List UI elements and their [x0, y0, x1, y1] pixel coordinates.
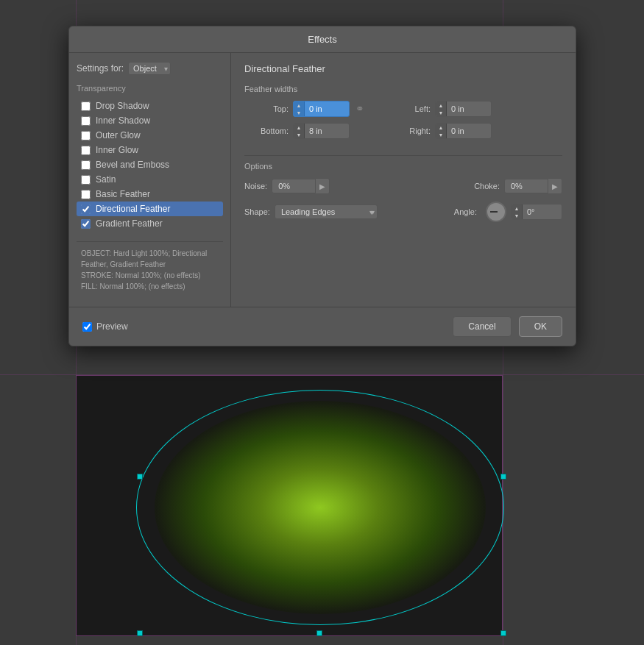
feather-widths-label: Feather widths: [244, 85, 562, 93]
effect-outer-glow[interactable]: Outer Glow: [77, 128, 223, 143]
checkbox-drop-shadow[interactable]: [81, 101, 91, 111]
effect-inner-shadow[interactable]: Inner Shadow: [77, 113, 223, 128]
right-fields: Left: ▲ ▼ Right:: [386, 101, 492, 145]
handle-top-right[interactable]: [500, 474, 506, 480]
right-spin-up[interactable]: ▲: [436, 124, 446, 131]
choke-input-group: ▶: [504, 178, 562, 194]
top-spinners: ▲ ▼: [294, 101, 305, 116]
right-label: Right:: [386, 126, 431, 135]
bottom-input[interactable]: [305, 124, 349, 138]
checkbox-inner-glow[interactable]: [81, 146, 91, 155]
settings-select-wrapper[interactable]: Object: [128, 62, 171, 75]
choke-arrow-btn[interactable]: ▶: [548, 178, 562, 194]
right-spin-down[interactable]: ▼: [436, 131, 446, 138]
angle-label: Angle:: [454, 207, 477, 216]
options-label: Options: [244, 162, 562, 171]
effect-gradient-feather[interactable]: Gradient Feather: [77, 216, 223, 231]
dialog-title: Effects: [308, 34, 337, 45]
left-field-row: Left: ▲ ▼: [386, 101, 492, 117]
summary-object: OBJECT: Hard Light 100%; Directional Fea…: [81, 248, 219, 270]
dialog-body: Settings for: Object Transparency Drop S…: [69, 53, 576, 307]
link-icon[interactable]: ⚭: [355, 103, 364, 115]
left-spin-down[interactable]: ▼: [436, 109, 446, 116]
cancel-button[interactable]: Cancel: [453, 316, 511, 337]
checkbox-basic-feather[interactable]: [81, 190, 91, 199]
effect-label-drop-shadow: Drop Shadow: [96, 101, 149, 111]
angle-spin-down[interactable]: ▼: [512, 212, 522, 219]
noise-label: Noise:: [244, 182, 267, 190]
angle-input-wrapper: ▲ ▼: [511, 204, 562, 220]
dialog-titlebar: Effects: [69, 26, 576, 53]
bottom-input-wrapper: ▲ ▼: [293, 123, 350, 139]
effect-directional-feather[interactable]: Directional Feather: [77, 202, 223, 216]
checkbox-gradient-feather[interactable]: [81, 219, 91, 229]
bottom-spin-up[interactable]: ▲: [294, 124, 304, 131]
checkbox-bevel-emboss[interactable]: [81, 160, 91, 170]
left-input[interactable]: [447, 102, 491, 115]
effect-satin[interactable]: Satin: [77, 172, 223, 187]
preview-label: Preview: [96, 321, 128, 332]
top-input[interactable]: [305, 102, 349, 115]
footer-buttons: Cancel OK: [453, 316, 562, 337]
right-input-wrapper: ▲ ▼: [435, 123, 492, 139]
top-spin-down[interactable]: ▼: [294, 109, 304, 116]
shape-select-wrapper[interactable]: Leading Edges All Edges First Edge Only …: [275, 204, 378, 219]
top-spin-up[interactable]: ▲: [294, 101, 304, 109]
right-field-row: Right: ▲ ▼: [386, 123, 492, 139]
effect-summary: OBJECT: Hard Light 100%; Directional Fea…: [77, 241, 223, 298]
effect-label-satin: Satin: [96, 174, 116, 185]
settings-row: Settings for: Object: [77, 62, 223, 75]
noise-arrow-btn[interactable]: ▶: [316, 178, 330, 194]
ok-button[interactable]: OK: [519, 316, 562, 337]
summary-fill: FILL: Normal 100%; (no effects): [81, 281, 219, 292]
preview-checkbox[interactable]: [82, 322, 92, 332]
effect-label-inner-glow: Inner Glow: [96, 145, 138, 155]
settings-select[interactable]: Object: [128, 62, 171, 75]
left-panel: Settings for: Object Transparency Drop S…: [69, 53, 231, 307]
top-field-row: Top: ▲ ▼ ⚭: [244, 101, 370, 117]
angle-input[interactable]: [523, 205, 556, 218]
noise-input[interactable]: [272, 179, 316, 193]
top-label: Top:: [244, 104, 289, 113]
bottom-spin-down[interactable]: ▼: [294, 131, 304, 138]
handle-bottom-left[interactable]: [137, 630, 143, 636]
left-spin-up[interactable]: ▲: [436, 101, 446, 109]
effect-label-outer-glow: Outer Glow: [96, 130, 141, 140]
shape-angle-row: Shape: Leading Edges All Edges First Edg…: [244, 202, 562, 222]
bottom-label: Bottom:: [244, 126, 289, 135]
left-label: Left:: [386, 104, 431, 113]
angle-dial[interactable]: [486, 202, 506, 222]
effect-basic-feather[interactable]: Basic Feather: [77, 187, 223, 202]
left-input-wrapper: ▲ ▼: [435, 101, 492, 117]
settings-for-label: Settings for:: [77, 63, 124, 74]
right-input[interactable]: [447, 124, 491, 138]
checkbox-outer-glow[interactable]: [81, 131, 91, 140]
choke-label: Choke:: [474, 182, 500, 190]
top-input-wrapper: ▲ ▼: [293, 101, 350, 117]
effect-inner-glow[interactable]: Inner Glow: [77, 143, 223, 157]
handle-bottom-center[interactable]: [316, 630, 322, 636]
circle-outline: [136, 390, 504, 625]
choke-input[interactable]: [504, 179, 548, 193]
shape-label: Shape:: [244, 207, 270, 216]
shape-select[interactable]: Leading Edges All Edges First Edge Only: [275, 204, 378, 219]
handle-top-left[interactable]: [137, 474, 143, 480]
noise-choke-row: Noise: ▶ Choke: ▶: [244, 178, 562, 194]
angle-spin-up[interactable]: ▲: [512, 204, 522, 212]
effects-dialog: Effects Settings for: Object Transparenc…: [68, 26, 576, 346]
checkbox-directional-feather[interactable]: [81, 204, 91, 214]
effect-bevel-emboss[interactable]: Bevel and Emboss: [77, 157, 223, 172]
handle-bottom-right[interactable]: [500, 630, 506, 636]
angle-spinners: ▲ ▼: [512, 204, 523, 219]
effect-drop-shadow[interactable]: Drop Shadow: [77, 99, 223, 113]
preview-section: Preview: [82, 321, 128, 332]
options-section: Options Noise: ▶ Choke: ▶: [244, 162, 562, 222]
checkbox-inner-shadow[interactable]: [81, 116, 91, 126]
checkbox-satin[interactable]: [81, 175, 91, 185]
effect-label-gradient-feather: Gradient Feather: [96, 218, 163, 229]
left-spinners: ▲ ▼: [436, 101, 447, 116]
effect-label-directional-feather: Directional Feather: [96, 204, 170, 214]
right-panel: Directional Feather Feather widths Top: …: [231, 53, 576, 307]
left-fields: Top: ▲ ▼ ⚭ Bottom:: [244, 101, 370, 145]
divider: [244, 155, 562, 156]
